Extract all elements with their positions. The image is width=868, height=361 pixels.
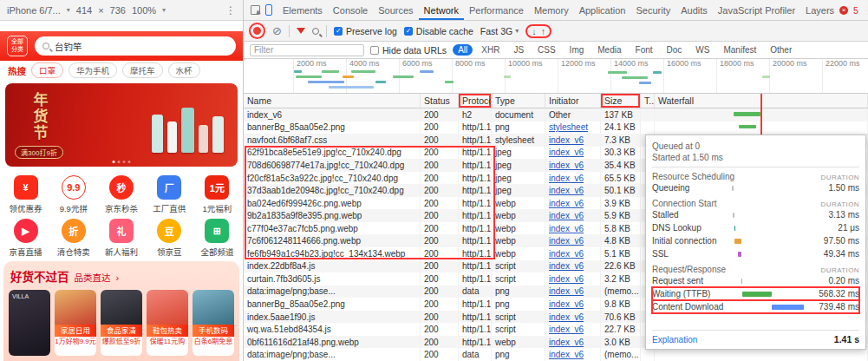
zoom-select[interactable]: 100% — [132, 5, 156, 16]
throttling-select[interactable]: Fast 3G ▾ — [480, 26, 519, 36]
search-input[interactable]: 台钓竿 — [35, 36, 236, 56]
record-button[interactable] — [253, 27, 261, 35]
network-overview-timeline[interactable]: 2000 ms4000 ms6000 ms8000 ms10000 ms1200… — [244, 59, 868, 94]
cell-initiator[interactable]: index_v6 — [545, 172, 601, 185]
devtools-tab[interactable]: JavaScript Profiler — [713, 1, 800, 20]
deal-card[interactable]: 食品家清 爆款低至9折 — [101, 290, 142, 356]
cell-initiator[interactable]: index_v6 — [545, 311, 601, 324]
network-request-row[interactable]: data:image/png;base... 200 data png inde… — [244, 348, 868, 361]
product-bottle — [167, 121, 177, 153]
hot-tag[interactable]: 口罩 — [31, 62, 63, 78]
type-filter-pill[interactable]: CSS — [532, 44, 561, 56]
all-categories-button[interactable]: 全部 分类 — [7, 36, 28, 56]
devtools-menu-icon[interactable]: ⋮ — [864, 4, 868, 16]
deal-card[interactable]: 手机数码 白条6期免息 — [193, 290, 234, 356]
hot-tag[interactable]: 水杯 — [168, 62, 200, 78]
type-filter-pill[interactable]: JS — [508, 44, 529, 56]
hot-tag[interactable]: 华为手机 — [69, 62, 117, 78]
disable-cache-option[interactable]: Disable cache — [404, 26, 473, 36]
grid-entry[interactable]: 礼 新人福利 — [97, 219, 145, 258]
type-filter-pill[interactable]: Font — [630, 44, 658, 56]
cell-initiator[interactable]: index_v6 — [545, 209, 601, 222]
cell-initiator[interactable]: index_v6 — [545, 298, 601, 311]
devtools-tab[interactable]: Audits — [675, 1, 713, 20]
cell-initiator[interactable]: index_v6 — [545, 222, 601, 235]
column-header[interactable]: Type — [492, 94, 545, 108]
cell-initiator[interactable]: index_v6 — [545, 184, 601, 197]
deals-promo-tile[interactable]: VILLA — [9, 290, 50, 356]
network-request-row[interactable]: bannerBg_85aa05e2.png 200 http/1.1 png s… — [244, 121, 868, 135]
export-har-icon[interactable]: ↑ — [541, 26, 546, 36]
deal-card[interactable]: 家居日用 1万好物9.9元 — [55, 290, 96, 356]
device-toolbar-toggle-icon[interactable] — [265, 4, 272, 16]
preserve-log-option[interactable]: Preserve log — [334, 26, 397, 36]
search-requests-icon[interactable] — [312, 28, 319, 35]
grid-entry[interactable]: 豆 领京豆 — [146, 219, 193, 258]
devtools-tab[interactable]: Application — [574, 1, 631, 20]
type-filter-pill[interactable]: WS — [690, 44, 715, 56]
type-filter-pill[interactable]: Doc — [662, 44, 688, 56]
cell-initiator[interactable]: index_v6 — [545, 159, 601, 172]
devtools-tab[interactable]: Console — [328, 1, 373, 20]
grid-entry[interactable]: 1元 1元福利 — [193, 175, 241, 214]
column-header[interactable]: Initiator — [545, 94, 601, 108]
type-filter-pill[interactable]: Media — [592, 44, 626, 56]
grid-entry[interactable]: 折 清仓特卖 — [49, 219, 97, 258]
filter-input[interactable]: Filter — [250, 44, 364, 56]
grid-entry[interactable]: 9.9 9.9元拼 — [49, 175, 97, 214]
cell-initiator[interactable]: index_v6 — [545, 134, 601, 147]
cell-initiator[interactable]: index_v6 — [545, 336, 601, 349]
clear-icon[interactable]: ⊘ — [272, 25, 282, 36]
grid-entry[interactable]: ¥ 领优惠券 — [2, 175, 49, 214]
cell-initiator[interactable]: stylesheet — [545, 121, 601, 135]
grid-entry[interactable]: ⊞ 全部频道 — [193, 219, 241, 258]
type-filter-pill[interactable]: Manifest — [718, 44, 761, 56]
column-header[interactable]: Size — [601, 94, 641, 108]
disable-cache-checkbox[interactable] — [404, 27, 413, 36]
network-request-row[interactable]: index_v6 200 h2 document Other 137 KB — [244, 108, 868, 121]
type-filter-pill[interactable]: Img — [565, 44, 590, 56]
type-filter-pill[interactable]: All — [453, 44, 473, 56]
device-select[interactable]: iPhone 6/7... — [7, 5, 61, 16]
cell-initiator[interactable]: Other — [545, 108, 601, 121]
type-filter-pill[interactable]: XHR — [476, 44, 505, 56]
viewport-width-field[interactable]: 414 — [76, 5, 92, 16]
cell-initiator[interactable]: index_v6 — [545, 247, 601, 260]
viewport-height-field[interactable]: 736 — [110, 5, 126, 16]
devtools-tab[interactable]: Security — [630, 1, 675, 20]
hide-data-urls-option[interactable]: Hide data URLs — [370, 45, 447, 56]
cell-initiator[interactable]: index_v6 — [545, 147, 601, 160]
cell-initiator[interactable]: index_v6 — [545, 286, 601, 299]
type-filter-pill[interactable]: Other — [765, 44, 797, 56]
cell-initiator[interactable]: index_v6 — [545, 272, 601, 286]
cell-initiator[interactable]: index_v6 — [545, 348, 601, 361]
devtools-tab[interactable]: Layers — [800, 1, 839, 20]
devtools-tab[interactable]: Elements — [277, 1, 328, 20]
cell-initiator[interactable]: index_v6 — [545, 234, 601, 247]
hot-tag[interactable]: 摩托车 — [122, 62, 163, 78]
error-count-badge[interactable]: 5 — [853, 5, 858, 16]
cell-initiator[interactable]: index_v6 — [545, 260, 601, 273]
column-header[interactable]: T... — [641, 94, 655, 108]
filter-icon[interactable] — [297, 28, 305, 34]
hide-data-urls-checkbox[interactable] — [370, 46, 379, 55]
grid-entry[interactable]: 厂 工厂直供 — [146, 175, 193, 214]
import-har-icon[interactable]: ↓ — [532, 26, 537, 36]
grid-entry[interactable]: 秒 京东秒杀 — [97, 175, 145, 214]
deal-card[interactable]: 鞋包热卖 保暖11元购 — [147, 290, 188, 356]
column-header[interactable]: Name — [244, 94, 421, 108]
column-header[interactable]: Protocol — [459, 94, 492, 108]
devtools-tab[interactable]: Sources — [373, 1, 418, 20]
preserve-log-checkbox[interactable] — [334, 27, 343, 36]
explanation-link[interactable]: Explanation — [652, 335, 697, 345]
devtools-tab[interactable]: Network — [419, 1, 464, 20]
grid-entry[interactable]: ▶ 京喜直播 — [2, 219, 49, 258]
column-header[interactable]: Status — [421, 94, 459, 108]
devtools-tab[interactable]: Memory — [529, 1, 574, 20]
kebab-menu-icon[interactable]: ⋮ — [225, 4, 236, 16]
promo-banner[interactable]: 年货节 满300打9折 — [5, 83, 238, 167]
devtools-tab[interactable]: Performance — [464, 1, 529, 20]
cell-initiator[interactable]: index_v6 — [545, 197, 601, 210]
cell-initiator[interactable]: index_v6 — [545, 323, 601, 336]
inspect-element-icon[interactable] — [251, 5, 260, 15]
